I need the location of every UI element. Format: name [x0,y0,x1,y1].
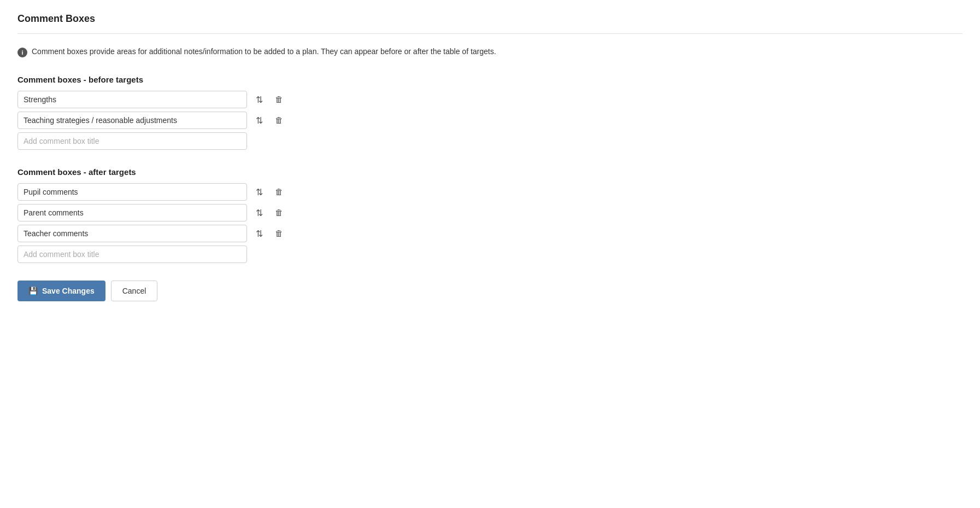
cancel-button[interactable]: Cancel [111,281,158,301]
after-item-input-0[interactable] [17,183,247,201]
delete-button-after-2[interactable] [272,226,286,241]
sort-button-after-2[interactable] [253,226,266,241]
save-button[interactable]: 💾 Save Changes [17,281,105,301]
delete-button-after-1[interactable] [272,206,286,220]
trash-icon-after-2 [275,229,283,238]
sort-button-after-1[interactable] [253,206,266,220]
sort-button-before-1[interactable] [253,113,266,128]
delete-button-after-0[interactable] [272,185,286,199]
sort-icon-before-1 [256,115,263,126]
trash-icon-after-1 [275,208,283,218]
info-icon: i [17,48,27,57]
before-targets-section: Comment boxes - before targets [17,75,963,150]
before-item-row-1 [17,112,963,129]
after-add-input[interactable] [17,246,247,263]
delete-button-before-1[interactable] [272,113,286,127]
sort-icon-after-2 [256,229,263,239]
sort-button-before-0[interactable] [253,92,266,107]
before-add-input[interactable] [17,132,247,150]
sort-icon-after-1 [256,208,263,218]
trash-icon-after-0 [275,187,283,197]
delete-button-before-0[interactable] [272,92,286,107]
before-item-row-0 [17,91,963,108]
after-item-row-0 [17,183,963,201]
info-banner: i Comment boxes provide areas for additi… [17,47,963,57]
divider [17,33,963,34]
sort-icon-after-0 [256,187,263,197]
button-row: 💾 Save Changes Cancel [17,281,963,301]
before-item-input-0[interactable] [17,91,247,108]
before-targets-title: Comment boxes - before targets [17,75,963,84]
sort-icon-before-0 [256,95,263,105]
after-targets-title: Comment boxes - after targets [17,167,963,177]
save-button-label: Save Changes [42,287,95,295]
before-add-row [17,132,963,150]
trash-icon-before-0 [275,95,283,104]
after-item-input-1[interactable] [17,204,247,221]
cancel-button-label: Cancel [122,287,146,295]
page-title: Comment Boxes [17,13,963,25]
after-item-row-1 [17,204,963,221]
page-container: Comment Boxes i Comment boxes provide ar… [0,0,980,508]
info-text: Comment boxes provide areas for addition… [32,47,496,56]
sort-button-after-0[interactable] [253,185,266,200]
after-item-row-2 [17,225,963,242]
before-item-input-1[interactable] [17,112,247,129]
after-add-row [17,246,963,263]
after-targets-section: Comment boxes - after targets [17,167,963,263]
after-item-input-2[interactable] [17,225,247,242]
trash-icon-before-1 [275,115,283,125]
save-icon: 💾 [28,287,38,295]
